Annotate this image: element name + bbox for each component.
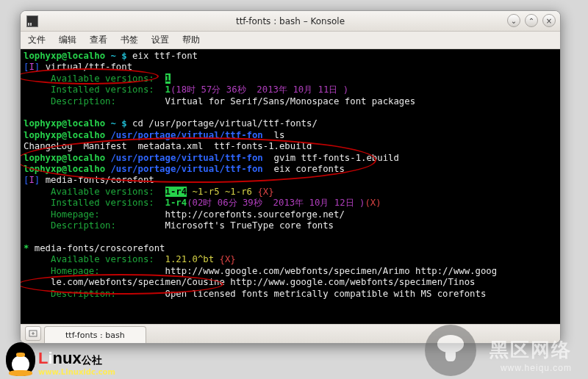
menubar: 文件 编辑 查看 书签 设置 帮助 — [21, 32, 560, 49]
minimize-button[interactable]: ⌄ — [507, 14, 520, 27]
titlebar[interactable]: ttf-fonts : bash – Konsole ⌄ ⌃ × — [21, 11, 560, 32]
mushroom-icon — [425, 325, 476, 376]
app-icon — [26, 15, 38, 27]
menu-view[interactable]: 查看 — [90, 34, 107, 46]
konsole-window: ttf-fonts : bash – Konsole ⌄ ⌃ × 文件 编辑 查… — [20, 10, 561, 344]
close-button[interactable]: × — [542, 14, 556, 27]
watermark-heiqu: 黑区网络 www.heiqu.com — [490, 337, 572, 373]
menu-help[interactable]: 帮助 — [182, 34, 200, 46]
window-title: ttf-fonts : bash – Konsole — [236, 16, 345, 26]
window-buttons: ⌄ ⌃ × — [507, 14, 556, 27]
menu-bookmarks[interactable]: 书签 — [121, 34, 138, 46]
menu-settings[interactable]: 设置 — [151, 34, 169, 46]
tux-icon — [6, 342, 35, 376]
new-tab-icon — [29, 329, 37, 338]
new-tab-button[interactable] — [25, 326, 41, 341]
menu-edit[interactable]: 编辑 — [59, 34, 76, 46]
maximize-button[interactable]: ⌃ — [525, 14, 538, 27]
terminal[interactable]: lophyxp@localho ~ $ eix ttf-font [I] vir… — [21, 49, 560, 324]
tab-label: ttf-fonts : bash — [65, 331, 125, 340]
tab-ttf-fonts[interactable]: ttf-fonts : bash — [44, 326, 146, 343]
menu-file[interactable]: 文件 — [28, 34, 46, 46]
tabbar: ttf-fonts : bash — [21, 324, 560, 343]
watermark-linuxidc: Linux公社 www.Linuxidc.com — [6, 342, 115, 376]
